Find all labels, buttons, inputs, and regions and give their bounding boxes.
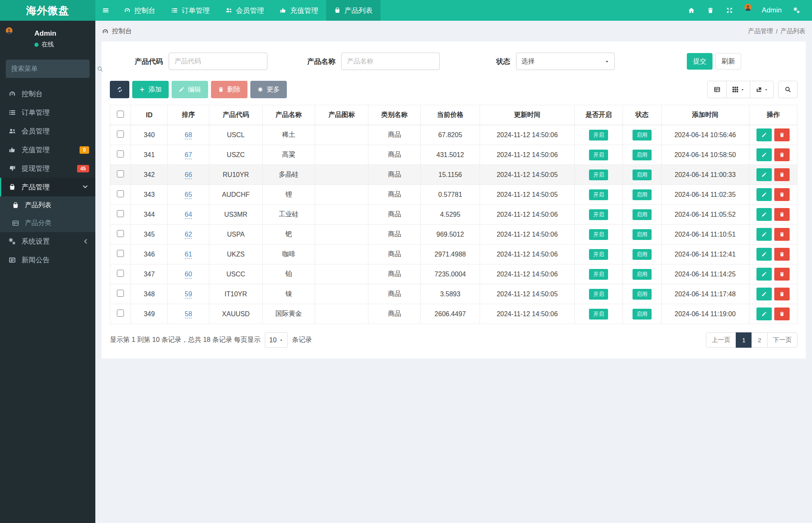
edit-row-button[interactable]	[756, 248, 772, 261]
status-toggle-badge[interactable]: 启用	[633, 289, 652, 300]
row-checkbox[interactable]	[117, 150, 124, 157]
status-select[interactable]: 选择	[516, 53, 615, 70]
brand-logo[interactable]: 海外微盘	[0, 0, 95, 21]
product-name-input[interactable]	[341, 53, 440, 70]
delete-button[interactable]: 删除	[211, 81, 247, 98]
open-toggle-badge[interactable]: 开启	[589, 189, 608, 200]
delete-row-button[interactable]	[774, 228, 790, 241]
product-code-input[interactable]	[169, 53, 267, 70]
sidebar-item[interactable]: 会员管理	[0, 122, 95, 140]
sidebar-item[interactable]: 提现管理45	[0, 159, 95, 178]
edit-button[interactable]: 编辑	[172, 81, 208, 98]
delete-row-button[interactable]	[774, 168, 790, 181]
sort-edit-link[interactable]: 61	[185, 251, 192, 259]
status-toggle-badge[interactable]: 启用	[633, 249, 652, 260]
columns-button[interactable]	[726, 81, 750, 98]
row-checkbox[interactable]	[117, 170, 124, 177]
reload-button[interactable]	[110, 81, 129, 98]
sidebar-item[interactable]: 新闻公告	[0, 251, 95, 269]
sort-edit-link[interactable]: 58	[185, 310, 192, 318]
edit-row-button[interactable]	[756, 128, 772, 141]
edit-row-button[interactable]	[756, 268, 772, 281]
delete-row-button[interactable]	[774, 148, 790, 161]
table-search-button[interactable]	[778, 81, 797, 98]
sidebar-subitem[interactable]: 产品分类	[0, 214, 95, 232]
list-view-button[interactable]	[707, 81, 727, 98]
nav-item[interactable]: 订单管理	[163, 0, 218, 21]
edit-row-button[interactable]	[756, 208, 772, 221]
home-button[interactable]	[682, 0, 701, 21]
search-icon[interactable]	[97, 66, 103, 72]
status-toggle-badge[interactable]: 启用	[633, 169, 652, 180]
row-checkbox[interactable]	[117, 131, 124, 138]
sort-edit-link[interactable]: 60	[185, 271, 192, 278]
delete-row-button[interactable]	[774, 268, 790, 281]
open-toggle-badge[interactable]: 开启	[589, 229, 608, 240]
sort-edit-link[interactable]: 59	[185, 291, 192, 298]
sidebar-item[interactable]: 充值管理0	[0, 140, 95, 159]
prev-page-button[interactable]: 上一页	[706, 332, 736, 348]
open-toggle-badge[interactable]: 开启	[589, 130, 608, 140]
settings-button[interactable]	[787, 0, 806, 21]
edit-row-button[interactable]	[756, 228, 772, 241]
sidebar-search-input[interactable]	[11, 65, 97, 73]
open-toggle-badge[interactable]: 开启	[589, 169, 608, 180]
delete-row-button[interactable]	[774, 188, 790, 201]
sidebar-item[interactable]: 产品管理	[0, 178, 95, 196]
nav-item[interactable]: 充值管理	[272, 0, 326, 21]
nav-item[interactable]: 产品列表	[326, 0, 381, 21]
sidebar-item[interactable]: 系统设置	[0, 232, 95, 251]
row-checkbox[interactable]	[117, 290, 124, 297]
page-button[interactable]: 2	[751, 332, 768, 348]
user-menu[interactable]: Admin	[739, 4, 787, 17]
page-size-select[interactable]: 10	[265, 332, 288, 348]
row-checkbox[interactable]	[117, 230, 124, 237]
row-checkbox[interactable]	[117, 270, 124, 277]
status-toggle-badge[interactable]: 启用	[633, 209, 652, 220]
fullscreen-button[interactable]	[720, 0, 739, 21]
open-toggle-badge[interactable]: 开启	[589, 309, 608, 320]
edit-row-button[interactable]	[756, 308, 772, 320]
status-toggle-badge[interactable]: 启用	[633, 189, 652, 200]
refresh-button[interactable]: 刷新	[715, 53, 741, 70]
page-button[interactable]: 1	[736, 332, 752, 348]
sidebar-item[interactable]: 控制台	[0, 85, 95, 103]
delete-row-button[interactable]	[774, 288, 790, 300]
edit-row-button[interactable]	[756, 188, 772, 201]
sort-edit-link[interactable]: 62	[185, 231, 192, 239]
select-all-checkbox[interactable]	[117, 111, 124, 118]
open-toggle-badge[interactable]: 开启	[589, 289, 608, 300]
more-button[interactable]: 更多	[250, 81, 287, 98]
status-toggle-badge[interactable]: 启用	[633, 269, 652, 280]
sidebar-subitem[interactable]: 产品列表	[0, 196, 95, 214]
status-toggle-badge[interactable]: 启用	[633, 309, 652, 320]
delete-row-button[interactable]	[774, 248, 790, 261]
edit-row-button[interactable]	[756, 288, 772, 300]
row-checkbox[interactable]	[117, 210, 124, 217]
sort-edit-link[interactable]: 64	[185, 211, 192, 219]
edit-row-button[interactable]	[756, 148, 772, 161]
status-toggle-badge[interactable]: 启用	[633, 229, 652, 240]
status-toggle-badge[interactable]: 启用	[633, 150, 652, 160]
delete-row-button[interactable]	[774, 128, 790, 141]
nav-item[interactable]: 会员管理	[218, 0, 272, 21]
row-checkbox[interactable]	[117, 250, 124, 257]
sort-edit-link[interactable]: 65	[185, 191, 192, 199]
sidebar-item[interactable]: 订单管理	[0, 103, 95, 122]
breadcrumb[interactable]: 控制台	[102, 27, 132, 36]
open-toggle-badge[interactable]: 开启	[589, 209, 608, 220]
row-checkbox[interactable]	[117, 190, 124, 197]
delete-row-button[interactable]	[774, 208, 790, 221]
row-checkbox[interactable]	[117, 310, 124, 317]
sort-edit-link[interactable]: 66	[185, 171, 192, 179]
export-button[interactable]	[750, 81, 774, 98]
status-toggle-badge[interactable]: 启用	[633, 130, 652, 140]
clear-cache-button[interactable]	[701, 0, 720, 21]
open-toggle-badge[interactable]: 开启	[589, 150, 608, 160]
delete-row-button[interactable]	[774, 308, 790, 320]
open-toggle-badge[interactable]: 开启	[589, 249, 608, 260]
open-toggle-badge[interactable]: 开启	[589, 269, 608, 280]
edit-row-button[interactable]	[756, 168, 772, 181]
sidebar-toggle-button[interactable]	[95, 0, 116, 21]
add-button[interactable]: 添加	[132, 81, 169, 98]
